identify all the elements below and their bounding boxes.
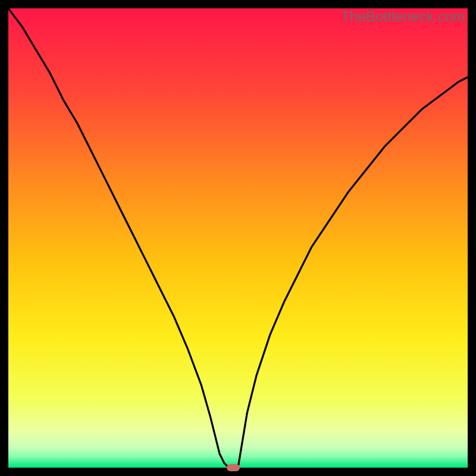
bottleneck-chart [8,8,468,468]
optimal-point-marker [227,464,240,471]
watermark-text: TheBottleneck.com [341,8,465,25]
chart-frame: TheBottleneck.com [8,8,468,468]
gradient-background [8,8,468,468]
